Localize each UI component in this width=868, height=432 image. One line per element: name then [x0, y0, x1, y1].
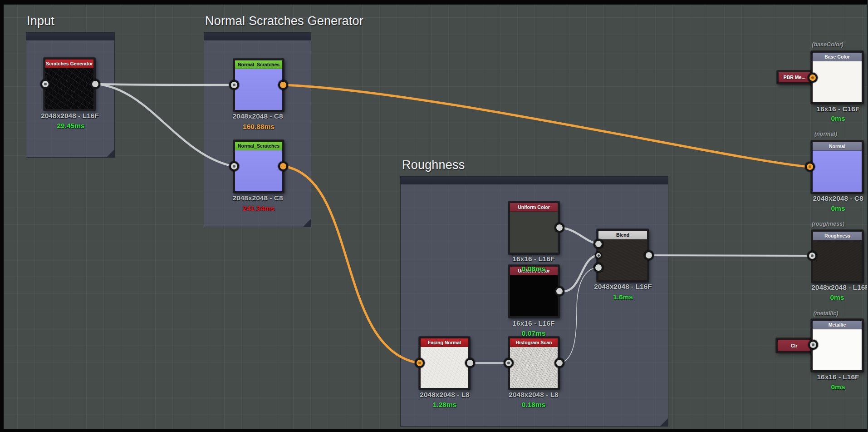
node-clr-collapsed[interactable]: Clr [776, 338, 812, 353]
port-histogram-scan-output[interactable] [554, 358, 564, 368]
wire-uc1-blend[interactable] [560, 228, 598, 244]
window-edge-top [0, 0, 868, 5]
node-scratches-generator-thumbnail[interactable] [45, 68, 93, 109]
port-normal-scratches-2-output[interactable] [278, 161, 288, 171]
port-roughness-output-input[interactable] [807, 251, 817, 261]
node-blend[interactable]: Blend [597, 229, 649, 282]
node-output-metallic-thumbnail[interactable] [813, 329, 862, 370]
port-normal-scratches-1-input[interactable] [229, 80, 239, 90]
port-blend-input-background[interactable] [595, 252, 602, 259]
node-normal-scratches-2-time: 241.34ms [243, 204, 275, 213]
port-histogram-scan-input[interactable] [504, 358, 514, 368]
port-scratches-generator-input[interactable] [40, 79, 50, 89]
node-scratches-generator-header: Scratches Generator [45, 60, 93, 68]
node-scratches-generator-resolution: 2048x2048 - L16F [41, 112, 99, 120]
node-output-roughness-resolution: 2048x2048 - L16F [811, 283, 868, 292]
node-normal-scratches-2[interactable]: Normal_Scratches [233, 140, 284, 193]
port-normal-scratches-1-output[interactable] [278, 80, 288, 90]
node-output-metallic-time: 0ms [831, 383, 845, 391]
node-output-basecolor-thumbnail[interactable] [813, 61, 862, 102]
node-histogram-scan[interactable]: Histogram Scan [508, 337, 559, 390]
node-facing-normal-resolution: 2048x2048 - L8 [420, 391, 469, 399]
output-roughness-annotation: (roughness) [812, 221, 844, 227]
port-uniform-color-2-output[interactable] [554, 286, 564, 296]
node-output-basecolor[interactable]: Base Color [811, 51, 863, 104]
node-scratches-generator-time: 29.45ms [57, 122, 84, 130]
node-output-normal-thumbnail[interactable] [813, 151, 862, 192]
port-blend-input-foreground[interactable] [593, 239, 603, 249]
node-output-basecolor-header: Base Color [813, 53, 862, 61]
wire-sg-ns2[interactable] [96, 84, 233, 166]
node-normal-scratches-2-thumbnail[interactable] [235, 150, 282, 191]
node-normal-scratches-1-thumbnail[interactable] [235, 69, 282, 110]
node-normal-scratches-1-resolution: 2048x2048 - C8 [232, 112, 283, 120]
node-uniform-color-1-header: Uniform Color [510, 203, 558, 212]
port-normal-output-input[interactable] [805, 162, 815, 172]
node-facing-normal-thumbnail[interactable] [421, 347, 468, 388]
port-facing-normal-output[interactable] [465, 358, 475, 368]
node-histogram-scan-header: Histogram Scan [510, 338, 558, 347]
port-metallic-output-input[interactable] [808, 340, 818, 350]
output-metallic-annotation: (metallic) [814, 310, 839, 317]
node-pbr-metal-collapsed[interactable]: PBR Me... [777, 70, 812, 84]
output-normal-annotation: (normal) [814, 131, 837, 137]
node-blend-time: 1.6ms [613, 293, 633, 301]
node-uniform-color-2-thumbnail[interactable] [510, 275, 558, 316]
node-output-roughness-thumbnail[interactable] [813, 240, 862, 281]
node-blend-resolution: 2048x2048 - L16F [594, 283, 652, 291]
node-graph-canvas[interactable]: Input Normal Scratches Generator Roughne… [0, 0, 868, 432]
port-scratches-generator-output[interactable] [90, 79, 100, 89]
wire-sg-ns1[interactable] [96, 84, 233, 85]
node-output-basecolor-resolution: 16x16 - C16F [817, 105, 860, 113]
node-facing-normal-time: 1.28ms [433, 401, 457, 409]
frame-title-roughness: Roughness [402, 158, 465, 172]
node-normal-scratches-2-header: Normal_Scratches [235, 142, 282, 150]
port-blend-output[interactable] [644, 250, 654, 260]
node-output-metallic[interactable]: Metallic [811, 319, 863, 372]
wire-uc2-blend[interactable] [560, 255, 598, 291]
node-output-metallic-resolution: 16x16 - L16F [817, 373, 859, 381]
node-normal-scratches-1-time: 160.88ms [243, 123, 275, 131]
node-facing-normal[interactable]: Facing Normal [419, 337, 470, 390]
node-normal-scratches-1[interactable]: Normal_Scratches [233, 59, 284, 112]
wire-blend-rough[interactable] [650, 255, 812, 256]
node-normal-scratches-1-header: Normal_Scratches [235, 60, 282, 69]
node-output-normal-resolution: 2048x2048 - C8 [813, 194, 863, 203]
output-basecolor-annotation: (baseColor) [812, 41, 843, 48]
node-output-roughness[interactable]: Roughness [811, 230, 863, 283]
node-uniform-color-1[interactable]: Uniform Color [508, 201, 559, 254]
node-output-normal[interactable]: Normal [811, 140, 863, 194]
node-output-basecolor-time: 0ms [831, 114, 845, 123]
port-facing-normal-input[interactable] [415, 358, 425, 368]
frame-title-input: Input [27, 14, 54, 28]
node-blend-thumbnail[interactable] [598, 239, 647, 280]
port-uniform-color-1-output[interactable] [554, 223, 564, 233]
window-edge-left [0, 0, 4, 432]
node-uniform-color-1-thumbnail[interactable] [510, 212, 558, 253]
node-scratches-generator[interactable]: Scratches Generator [44, 58, 95, 111]
wire-ns1-normal[interactable] [284, 85, 808, 167]
node-normal-scratches-2-resolution: 2048x2048 - C8 [232, 194, 283, 202]
node-clr-label: Clr [791, 343, 798, 348]
node-uniform-color-2-time: 0.07ms [522, 329, 546, 338]
port-basecolor-input[interactable] [808, 73, 818, 83]
node-histogram-scan-thumbnail[interactable] [510, 347, 558, 388]
node-output-metallic-header: Metallic [813, 321, 862, 329]
node-facing-normal-header: Facing Normal [421, 338, 468, 347]
node-output-roughness-time: 0ms [830, 293, 844, 302]
node-histogram-scan-resolution: 2048x2048 - L8 [509, 391, 558, 399]
node-blend-header: Blend [598, 231, 647, 239]
frame-title-nsg: Normal Scratches Generator [205, 14, 363, 28]
node-uniform-color-1-resolution: 16x16 - L16F [512, 255, 554, 263]
wire-ns2-fn[interactable] [284, 166, 419, 363]
node-output-normal-header: Normal [813, 142, 862, 151]
port-blend-input-opacity[interactable] [593, 263, 603, 273]
window-edge-bottom [0, 429, 868, 432]
wire-hs-blend[interactable] [560, 268, 598, 363]
node-histogram-scan-time: 0.18ms [522, 401, 546, 409]
node-uniform-color-1-time: 0.08ms [522, 265, 546, 273]
node-output-roughness-header: Roughness [813, 232, 862, 240]
port-normal-scratches-2-input[interactable] [229, 161, 239, 171]
node-uniform-color-2-resolution: 16x16 - L16F [512, 319, 554, 328]
node-output-normal-time: 0ms [831, 204, 845, 213]
